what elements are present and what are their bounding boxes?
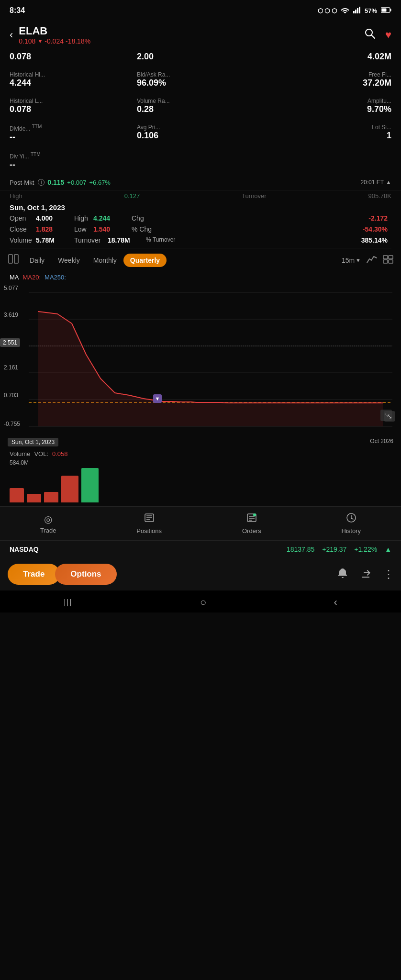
android-menu-button[interactable]: ||| — [64, 598, 72, 607]
chart-type-grid-icon[interactable] — [383, 255, 393, 266]
stat-value: 0.078 — [10, 52, 137, 62]
stat-volume: 4.02M — [264, 49, 391, 65]
svg-rect-9 — [9, 255, 12, 263]
svg-rect-12 — [389, 256, 393, 259]
nav-positions-label: Positions — [136, 527, 162, 535]
tab-quarterly[interactable]: Quarterly — [123, 254, 167, 267]
tab-weekly[interactable]: Weekly — [51, 254, 87, 267]
turnover-value: 18.78M — [108, 235, 146, 245]
favorite-button[interactable]: ♥ — [385, 29, 391, 41]
wifi-icon — [341, 7, 349, 15]
android-home-button[interactable]: ○ — [200, 596, 206, 609]
history-icon — [346, 512, 356, 525]
turnover-value: 905.78K — [368, 192, 391, 200]
market-change: +219.37 — [322, 546, 346, 553]
status-icons: ⬡ ⬡ ⬡ 57% — [318, 7, 391, 15]
chart-date-end: Oct 2026 — [370, 438, 393, 446]
post-market-price: 0.115 — [47, 178, 64, 186]
stats-row-2: Historical Hi... 4.244 Bid/Ask Ra... 96.… — [0, 67, 401, 93]
high-value: 0.127 — [124, 192, 140, 200]
tab-daily[interactable]: Daily — [23, 254, 51, 267]
time-display: 8:34 — [10, 6, 25, 15]
ma-label: MA — [10, 274, 19, 281]
nav-history[interactable]: History — [342, 512, 361, 535]
post-market-arrow: ▲ — [386, 179, 391, 186]
vol-value: 0.058 — [52, 450, 68, 457]
chart-expand-button[interactable]: ⤡ — [384, 411, 395, 422]
low-value: 1.540 — [93, 224, 132, 234]
timeframe-label: 15m — [342, 256, 355, 264]
chart-toggle-icon[interactable] — [8, 253, 19, 267]
svg-rect-5 — [390, 9, 391, 11]
vol-label: VOL: — [34, 450, 48, 457]
nav-trade-label: Trade — [40, 527, 56, 534]
trade-bar-icons: ⋮ — [337, 568, 393, 581]
close-label: Close — [10, 224, 36, 234]
vol-bar-2 — [27, 494, 41, 502]
svg-text:▼: ▼ — [155, 396, 160, 401]
status-bar: 8:34 ⬡ ⬡ ⬡ 57% — [0, 0, 401, 21]
turnover-label: Turnover — [74, 235, 108, 245]
market-arrow: ▲ — [385, 546, 391, 553]
post-market-info-icon[interactable]: i — [38, 179, 45, 186]
stat-label: Avg Pri... — [137, 124, 264, 131]
date-row: Sun, Oct 1, 2023 — [0, 200, 401, 212]
volume-label: Volume — [10, 450, 30, 457]
share-icon[interactable] — [360, 568, 371, 581]
nav-trade[interactable]: ◎ Trade — [40, 513, 56, 534]
timeframe-selector[interactable]: 15m ▼ — [342, 256, 361, 264]
stat-label: Div Yi... TTM — [10, 152, 137, 160]
more-icon[interactable]: ⋮ — [383, 568, 393, 581]
stat-hist-hi: Historical Hi... 4.244 — [10, 68, 137, 91]
chg-label: Chg — [132, 213, 151, 223]
options-button[interactable]: Options — [55, 564, 116, 585]
pct-chg-label: % Chg — [132, 224, 160, 234]
stat-value: 1 — [264, 131, 391, 141]
battery-display: 57% — [365, 7, 377, 14]
ticker-change: 0.108 ▼ -0.024 -18.18% — [19, 37, 90, 45]
nav-history-label: History — [342, 527, 361, 535]
nav-orders[interactable]: Orders — [242, 512, 261, 535]
chart-area[interactable]: 5.077 3.619 2.551 2.161 0.703 -0.755 2.5… — [0, 283, 401, 436]
post-market-left: Post-Mkt i 0.115 +0.007 +6.67% — [10, 178, 111, 186]
bell-icon[interactable] — [337, 568, 348, 581]
search-button[interactable] — [364, 28, 376, 42]
stat-value: 4.244 — [10, 78, 137, 88]
ohlc-row-2: Close 1.828 Low 1.540 % Chg -54.30% — [10, 224, 391, 234]
change-pct: -18.18% — [66, 37, 90, 45]
bottom-nav: ◎ Trade Positions Orders History — [0, 506, 401, 540]
svg-rect-11 — [383, 256, 388, 259]
stat-label: Free Fl... — [264, 71, 391, 78]
svg-rect-2 — [357, 8, 358, 13]
turnover-label: Turnover — [242, 192, 267, 200]
stats-row-5: Div Yi... TTM -- — [0, 147, 401, 175]
android-nav: ||| ○ ‹ — [0, 590, 401, 612]
nav-positions[interactable]: Positions — [136, 512, 162, 535]
chart-type-line-icon[interactable] — [367, 255, 377, 266]
post-market-change: +0.007 — [67, 179, 86, 186]
stat-label: Lot Si... — [264, 124, 391, 131]
ma20-label: MA20: — [23, 274, 41, 281]
close-value: 1.828 — [36, 224, 74, 234]
back-button[interactable]: ‹ — [10, 29, 13, 41]
pct-chg-value: -54.30% — [160, 224, 391, 234]
stat-value: 0.28 — [137, 104, 264, 114]
stats-row-1: 0.078 2.00 4.02M — [0, 47, 401, 67]
ticker-price: 0.108 — [19, 37, 35, 45]
trade-button[interactable]: Trade — [8, 564, 60, 585]
stat-label: Bid/Ask Ra... — [137, 71, 264, 78]
android-back-button[interactable]: ‹ — [334, 596, 337, 609]
post-market-time: 20:01 ET — [360, 179, 384, 186]
stat-value: 9.70% — [264, 104, 391, 114]
positions-icon — [144, 512, 155, 525]
tab-monthly[interactable]: Monthly — [87, 254, 123, 267]
ticker-info: ELAB 0.108 ▼ -0.024 -18.18% — [19, 25, 90, 45]
stat-dividend: Divide... TTM -- — [10, 121, 137, 145]
stat-vol-ra: Volume Ra... 0.28 — [137, 95, 264, 117]
pct-turnover-label: % Turnover — [146, 235, 189, 245]
stat-label: Historical Hi... — [10, 71, 137, 78]
svg-rect-6 — [382, 9, 387, 12]
svg-rect-3 — [359, 7, 360, 13]
svg-line-39 — [351, 518, 353, 519]
change-value: -0.024 — [45, 37, 64, 45]
